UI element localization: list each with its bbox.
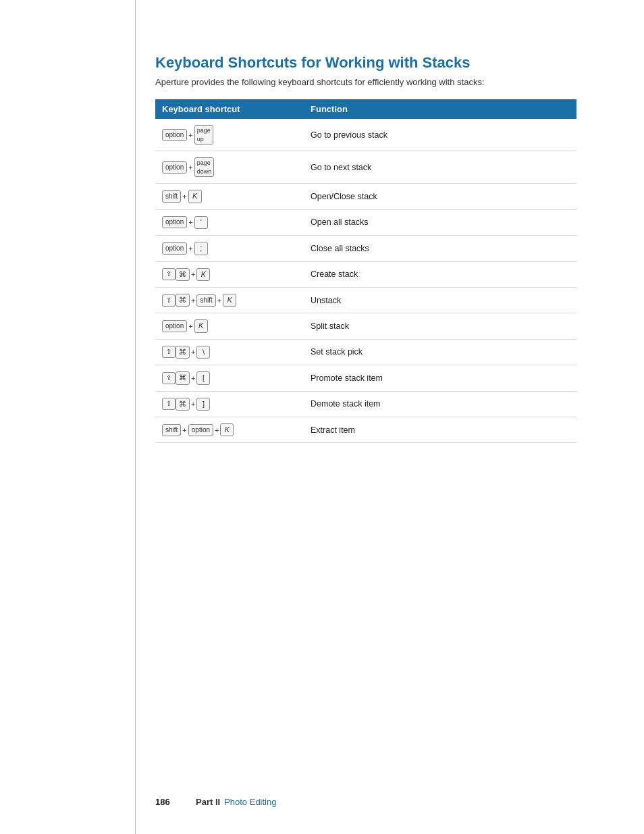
function-cell: Split stack	[304, 313, 576, 339]
key-backslash: \	[196, 346, 210, 359]
key-shift-icon: ⇧	[162, 294, 176, 307]
function-cell: Extract item	[304, 417, 576, 442]
page-container: Keyboard Shortcuts for Working with Stac…	[0, 0, 644, 484]
key-combo: ⇧ ⌘ + \	[162, 346, 210, 359]
key-pagedown: pagedown	[194, 157, 215, 177]
plus-sign: +	[191, 400, 195, 408]
key-option: option	[162, 242, 187, 255]
shortcut-cell: ⇧ ⌘ + K	[155, 261, 304, 287]
key-semicolon: ;	[194, 242, 208, 255]
key-shift: shift	[162, 424, 181, 436]
shortcut-cell: option + pageup	[155, 119, 304, 151]
plus-sign: +	[188, 218, 192, 226]
key-shift-icon: ⇧	[162, 268, 176, 280]
key-combo: ⇧ ⌘ + shift + K	[162, 294, 236, 307]
plus-sign: +	[188, 163, 192, 172]
col-header-shortcut: Keyboard shortcut	[155, 99, 304, 119]
function-cell: Go to previous stack	[304, 119, 576, 151]
key-combo: shift + K	[162, 190, 202, 203]
page-subtitle: Aperture provides the following keyboard…	[155, 77, 576, 87]
key-k: K	[188, 190, 202, 203]
plus-sign: +	[217, 296, 221, 305]
key-option: option	[162, 216, 187, 228]
key-shift-icon: ⇧	[162, 372, 176, 384]
plus-sign: +	[188, 244, 192, 253]
table-row: shift + option + K Extract item	[155, 417, 576, 442]
key-bracket-close: ]	[196, 398, 210, 411]
key-k: K	[196, 268, 210, 281]
key-cmd: ⌘	[176, 371, 190, 384]
key-shift: shift	[162, 190, 181, 203]
table-row: shift + K Open/Close stack	[155, 184, 576, 209]
page-number: 186	[155, 797, 196, 807]
page-footer: 186 Part II Photo Editing	[0, 797, 644, 807]
key-shift: shift	[196, 294, 215, 307]
key-cmd: ⌘	[176, 398, 190, 411]
function-cell: Demote stack item	[304, 391, 576, 417]
plus-sign: +	[191, 270, 195, 278]
function-cell: Open all stacks	[304, 209, 576, 235]
shortcut-cell: option + pagedown	[155, 151, 304, 184]
shortcut-table: Keyboard shortcut Function option + page…	[155, 99, 576, 443]
table-row: option + pagedown Go to next stack	[155, 151, 576, 184]
key-combo: ⇧ ⌘ + [	[162, 371, 210, 384]
key-option: option	[162, 161, 187, 174]
table-row: ⇧ ⌘ + \ Set stack pick	[155, 339, 576, 365]
table-row: option + pageup Go to previous stack	[155, 119, 576, 151]
key-combo: option + pageup	[162, 125, 213, 145]
footer-part-label: Part II	[196, 797, 220, 807]
shortcut-cell: ⇧ ⌘ + [	[155, 365, 304, 391]
function-cell: Go to next stack	[304, 151, 576, 184]
key-combo: option + pagedown	[162, 157, 214, 177]
table-row: ⇧ ⌘ + ] Demote stack item	[155, 391, 576, 417]
plus-sign: +	[182, 192, 186, 201]
key-combo: ⇧ ⌘ + ]	[162, 398, 210, 411]
function-cell: Promote stack item	[304, 365, 576, 391]
plus-sign: +	[182, 426, 186, 434]
table-row: option + ; Close all stacks	[155, 236, 576, 261]
key-cmd: ⌘	[176, 294, 190, 307]
key-shift-icon: ⇧	[162, 346, 176, 358]
key-k: K	[194, 319, 208, 332]
shortcut-cell: option + K	[155, 313, 304, 339]
key-combo: shift + option + K	[162, 423, 234, 436]
plus-sign: +	[191, 296, 195, 305]
footer-section-label: Photo Editing	[224, 797, 276, 807]
table-header-row: Keyboard shortcut Function	[155, 99, 576, 119]
key-shift-icon: ⇧	[162, 398, 176, 410]
plus-sign: +	[188, 131, 192, 139]
key-option: option	[162, 129, 187, 141]
key-option: option	[188, 424, 213, 436]
key-cmd: ⌘	[176, 268, 190, 281]
key-quote: '	[194, 216, 208, 229]
function-cell: Open/Close stack	[304, 184, 576, 209]
key-combo: ⇧ ⌘ + K	[162, 268, 210, 281]
function-cell: Unstack	[304, 287, 576, 313]
shortcut-cell: ⇧ ⌘ + shift + K	[155, 287, 304, 313]
table-row: option + K Split stack	[155, 313, 576, 339]
key-bracket-open: [	[196, 371, 210, 384]
shortcut-cell: shift + K	[155, 184, 304, 209]
table-row: ⇧ ⌘ + shift + K Unstack	[155, 287, 576, 313]
key-combo: option + K	[162, 319, 208, 332]
plus-sign: +	[191, 374, 195, 382]
page-title: Keyboard Shortcuts for Working with Stac…	[155, 54, 576, 72]
function-cell: Set stack pick	[304, 339, 576, 365]
function-cell: Create stack	[304, 261, 576, 287]
col-header-function: Function	[304, 99, 576, 119]
plus-sign: +	[191, 348, 195, 356]
key-combo: option + '	[162, 216, 208, 229]
shortcut-cell: shift + option + K	[155, 417, 304, 442]
table-row: option + ' Open all stacks	[155, 209, 576, 235]
shortcut-cell: option + '	[155, 209, 304, 235]
plus-sign: +	[215, 426, 219, 434]
key-option: option	[162, 320, 187, 332]
key-k: K	[223, 294, 236, 307]
key-k: K	[220, 423, 234, 436]
table-row: ⇧ ⌘ + K Create stack	[155, 261, 576, 287]
key-cmd: ⌘	[176, 346, 190, 359]
table-row: ⇧ ⌘ + [ Promote stack item	[155, 365, 576, 391]
key-pageup: pageup	[194, 125, 213, 145]
key-combo: option + ;	[162, 242, 208, 255]
function-cell: Close all stacks	[304, 236, 576, 261]
